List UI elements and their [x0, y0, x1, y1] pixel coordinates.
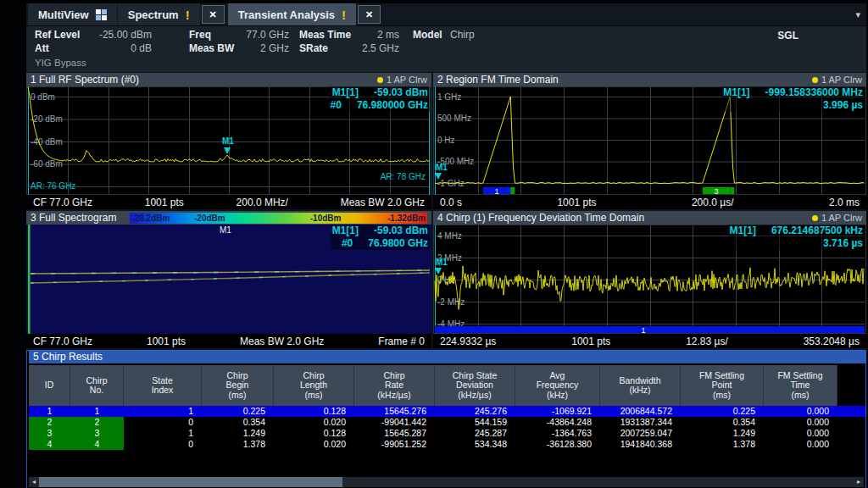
sysbar-field-value[interactable]: 2.5 GHz	[348, 42, 399, 54]
sysbar-field-label[interactable]: Att	[35, 42, 49, 54]
table-cell: 2	[70, 417, 124, 428]
tab-spectrum[interactable]: Spectrum!	[118, 3, 200, 25]
table-row[interactable]: 2200.3540.020-99041.442544.159-43864.248…	[29, 417, 865, 428]
analyzer-screen: MultiViewSpectrum!✕Transient Analysis!✕▾…	[0, 0, 868, 488]
sysbar-field-value[interactable]: 2 GHz	[236, 42, 289, 54]
sysbar-field-value[interactable]: Chirp	[450, 29, 509, 41]
panel-1-axis-bar: CF 77.0 GHz1001 pts200.0 MHz/Meas BW 2.0…	[26, 195, 431, 209]
marker-value: -59.03 dBm	[374, 225, 428, 237]
table-cell: 15645.276	[354, 406, 435, 417]
warning-icon: !	[342, 8, 346, 22]
sysbar-field-value[interactable]: 77.0 GHz	[236, 29, 289, 41]
sysbar-field-value[interactable]: -25.00 dBm	[75, 29, 152, 41]
table-row[interactable]: 3311.2490.12815645.287245.287-1364.76320…	[29, 428, 865, 439]
table-row[interactable]: 4401.3780.020-99051.252534.348-36128.380…	[29, 439, 865, 450]
table-cell: 1	[124, 406, 202, 417]
table-cell: 1	[124, 428, 202, 439]
tab-close-button[interactable]: ✕	[358, 5, 381, 24]
table-cell: 1	[70, 406, 124, 417]
sysbar-field-label[interactable]: Model	[413, 29, 442, 41]
table-row[interactable]: 1110.2250.12815645.276245.276-1069.92120…	[29, 406, 865, 417]
y-axis-label: 4 MHz	[437, 231, 462, 241]
axis-value: Meas BW 2.0 GHz	[341, 197, 425, 208]
axis-value: Frame # 0	[378, 336, 425, 347]
sysbar-field-label[interactable]: Meas Time	[299, 29, 351, 41]
axis-value: 1001 pts	[571, 336, 610, 347]
scroll-left-arrow-icon[interactable]	[29, 477, 39, 487]
table-cell: 0.225	[681, 406, 764, 417]
marker-value: 3.996 µs	[823, 99, 863, 112]
color-scale-label: -1.32dBm	[387, 213, 426, 224]
marker-readout: M1[1]-59.03 dBm#076.9800 GHz	[331, 225, 430, 250]
fm-time-domain-chart[interactable]: 1 GHz500 MHz0 Hz-500 MHz-1 GHz13M1M1[1]-…	[433, 86, 866, 195]
trace-dot-icon	[377, 77, 383, 83]
panel-2-header[interactable]: 2 Region FM Time Domain 1 AP Clrw	[433, 73, 866, 86]
y-axis-label: -40 dBm	[31, 137, 63, 147]
sysbar-field-label[interactable]: Freq	[189, 29, 211, 41]
table-cell: 0.000	[764, 439, 837, 450]
table-cell: 4	[70, 439, 124, 450]
trace-indicator: 1 AP Clrw	[377, 75, 427, 85]
tab-multiview[interactable]: MultiView	[28, 3, 117, 25]
table-column-header: Bandwidth(kHz)	[600, 365, 681, 406]
panel-1-header[interactable]: 1 Full RF Spectrum (#0) 1 AP Clrw	[26, 73, 431, 86]
marker-name: #0	[331, 99, 342, 112]
warning-icon: !	[186, 8, 190, 22]
panel-chirp-frequency-deviation: 4 Chirp (1) Frequency Deviation Time Dom…	[433, 211, 866, 348]
axis-value: 2.0 ms	[829, 197, 860, 208]
table-cell: 1.249	[681, 428, 764, 439]
multiview-grid-icon	[96, 9, 107, 20]
spectrogram-chart[interactable]: M1M1[1]-59.03 dBm#076.9800 GHz	[26, 225, 431, 334]
y-axis-label: 0 Hz	[437, 136, 455, 145]
marker-readout-row: M1[1]-999.158336000 MHz	[723, 86, 863, 99]
tab-close-button[interactable]: ✕	[202, 5, 225, 24]
frequency-deviation-chart[interactable]: 4 MHz2 MHz0 Hz-2 MHz-4 MHz1M1M1[1]676.21…	[433, 225, 866, 334]
table-cell: 0	[124, 417, 202, 428]
axis-value: CF 77.0 GHz	[33, 336, 92, 347]
table-column-header: ID	[29, 365, 70, 406]
sysbar-field-label[interactable]: SRate	[299, 42, 328, 54]
sysbar-field-value[interactable]: 2 ms	[348, 29, 399, 41]
marker-name: M1[1]	[332, 225, 359, 237]
table-cell: 3	[70, 428, 124, 439]
scrollbar-thumb[interactable]	[39, 477, 342, 487]
sysbar-field-label[interactable]: Meas BW	[189, 42, 234, 54]
horizontal-scrollbar[interactable]	[29, 477, 864, 487]
table-column-header: FM SettlingTime(ms)	[764, 365, 837, 406]
table-column-header: ChirpLength(ms)	[274, 365, 354, 406]
state-bar-2	[510, 187, 515, 194]
panel-row-2: 3 Full Spectrogram -28.2dBm-20dBm-10dBm-…	[26, 211, 866, 348]
marker-readout-row: 3.716 µs	[730, 237, 863, 250]
marker-readout-row: #076.9800 GHz	[332, 237, 428, 250]
display-area: MultiViewSpectrum!✕Transient Analysis!✕▾…	[26, 3, 866, 488]
scroll-right-arrow-icon[interactable]	[854, 477, 864, 487]
spectrogram-color-scale: -28.2dBm-20dBm-10dBm-1.32dBm	[130, 213, 427, 224]
tab-overflow-arrow[interactable]: ▾	[855, 9, 860, 20]
table-cell: 0.020	[274, 439, 354, 450]
y-axis-label: -20 dBm	[31, 114, 63, 124]
axis-value: 353.2048 µs	[804, 336, 860, 347]
table-cell: -1364.763	[515, 428, 600, 439]
rf-spectrum-chart[interactable]: 0 dBm-20 dBm-40 dBm-60 dBmM1AR: 76 GHzAR…	[26, 86, 431, 195]
marker-m1-icon[interactable]	[435, 268, 442, 274]
table-header-row: IDChirpNo.StateIndexChirpBegin(ms)ChirpL…	[29, 365, 865, 406]
marker-readout-row: #076.980000 GHz	[331, 99, 428, 112]
sysbar-field-label[interactable]: Ref Level	[35, 29, 80, 41]
table-body: 1110.2250.12815645.276245.276-1069.92120…	[29, 406, 865, 450]
axis-value: 0.0 s	[440, 197, 462, 208]
table-cell: 1931387.344	[600, 417, 681, 428]
table-cell: 1.378	[681, 439, 764, 450]
state-bar-1	[435, 326, 865, 333]
panel-4-header[interactable]: 4 Chirp (1) Frequency Deviation Time Dom…	[433, 211, 866, 225]
state-bar-1-label: 1	[494, 187, 498, 196]
marker-value: 3.716 µs	[823, 237, 863, 250]
tab-transient-analysis[interactable]: Transient Analysis!	[228, 3, 356, 25]
spectrogram-current-frame-line	[28, 225, 31, 334]
panel-3-header[interactable]: 3 Full Spectrogram -28.2dBm-20dBm-10dBm-…	[26, 211, 431, 225]
state-bar-1-label: 1	[641, 326, 645, 335]
table-cell: -43864.248	[515, 417, 600, 428]
table-cell: 15645.287	[354, 428, 435, 439]
marker-name: M1[1]	[730, 225, 756, 237]
y-axis-label: 0 dBm	[31, 92, 55, 102]
sysbar-field-value[interactable]: 0 dB	[75, 42, 152, 54]
